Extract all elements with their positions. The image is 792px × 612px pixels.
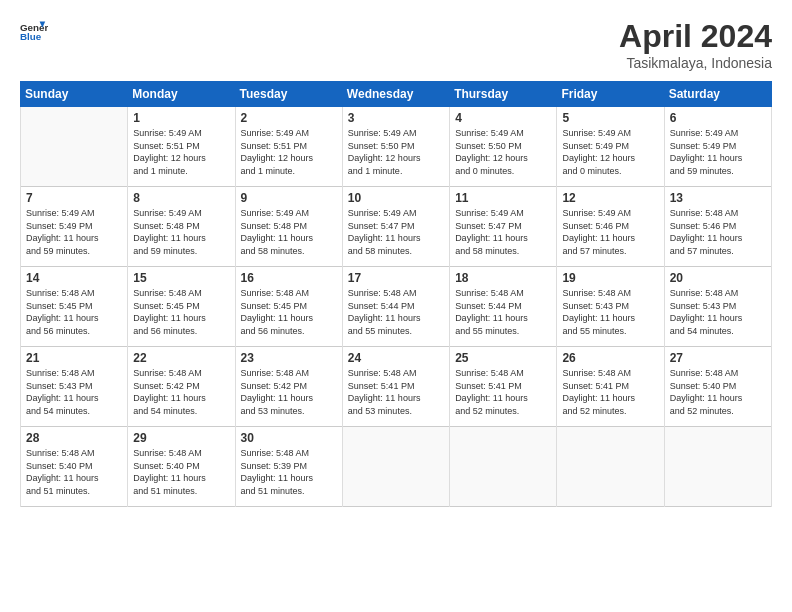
col-monday: Monday	[128, 82, 235, 107]
table-cell: 25Sunrise: 5:48 AM Sunset: 5:41 PM Dayli…	[450, 347, 557, 427]
table-row: 14Sunrise: 5:48 AM Sunset: 5:45 PM Dayli…	[21, 267, 772, 347]
day-number: 12	[562, 191, 658, 205]
calendar-subtitle: Tasikmalaya, Indonesia	[619, 55, 772, 71]
day-number: 18	[455, 271, 551, 285]
day-info: Sunrise: 5:49 AM Sunset: 5:47 PM Dayligh…	[348, 207, 444, 257]
table-row: 21Sunrise: 5:48 AM Sunset: 5:43 PM Dayli…	[21, 347, 772, 427]
table-cell: 14Sunrise: 5:48 AM Sunset: 5:45 PM Dayli…	[21, 267, 128, 347]
table-cell: 19Sunrise: 5:48 AM Sunset: 5:43 PM Dayli…	[557, 267, 664, 347]
table-cell: 1Sunrise: 5:49 AM Sunset: 5:51 PM Daylig…	[128, 107, 235, 187]
day-number: 7	[26, 191, 122, 205]
table-cell: 21Sunrise: 5:48 AM Sunset: 5:43 PM Dayli…	[21, 347, 128, 427]
header-row: Sunday Monday Tuesday Wednesday Thursday…	[21, 82, 772, 107]
day-number: 11	[455, 191, 551, 205]
col-thursday: Thursday	[450, 82, 557, 107]
table-cell: 2Sunrise: 5:49 AM Sunset: 5:51 PM Daylig…	[235, 107, 342, 187]
day-number: 30	[241, 431, 337, 445]
table-cell: 30Sunrise: 5:48 AM Sunset: 5:39 PM Dayli…	[235, 427, 342, 507]
day-number: 16	[241, 271, 337, 285]
table-cell: 10Sunrise: 5:49 AM Sunset: 5:47 PM Dayli…	[342, 187, 449, 267]
day-info: Sunrise: 5:48 AM Sunset: 5:39 PM Dayligh…	[241, 447, 337, 497]
day-info: Sunrise: 5:48 AM Sunset: 5:46 PM Dayligh…	[670, 207, 766, 257]
day-number: 9	[241, 191, 337, 205]
day-number: 17	[348, 271, 444, 285]
logo-icon: General Blue	[20, 18, 48, 46]
day-info: Sunrise: 5:48 AM Sunset: 5:40 PM Dayligh…	[26, 447, 122, 497]
svg-text:Blue: Blue	[20, 31, 42, 42]
title-area: April 2024 Tasikmalaya, Indonesia	[619, 18, 772, 71]
day-number: 10	[348, 191, 444, 205]
day-info: Sunrise: 5:48 AM Sunset: 5:42 PM Dayligh…	[133, 367, 229, 417]
day-number: 5	[562, 111, 658, 125]
day-info: Sunrise: 5:48 AM Sunset: 5:41 PM Dayligh…	[562, 367, 658, 417]
col-wednesday: Wednesday	[342, 82, 449, 107]
table-cell: 9Sunrise: 5:49 AM Sunset: 5:48 PM Daylig…	[235, 187, 342, 267]
col-tuesday: Tuesday	[235, 82, 342, 107]
table-cell	[557, 427, 664, 507]
table-cell: 27Sunrise: 5:48 AM Sunset: 5:40 PM Dayli…	[664, 347, 771, 427]
day-info: Sunrise: 5:48 AM Sunset: 5:43 PM Dayligh…	[562, 287, 658, 337]
day-number: 14	[26, 271, 122, 285]
table-cell: 11Sunrise: 5:49 AM Sunset: 5:47 PM Dayli…	[450, 187, 557, 267]
day-number: 6	[670, 111, 766, 125]
table-cell: 17Sunrise: 5:48 AM Sunset: 5:44 PM Dayli…	[342, 267, 449, 347]
day-number: 13	[670, 191, 766, 205]
day-number: 24	[348, 351, 444, 365]
day-info: Sunrise: 5:48 AM Sunset: 5:40 PM Dayligh…	[670, 367, 766, 417]
day-info: Sunrise: 5:49 AM Sunset: 5:49 PM Dayligh…	[26, 207, 122, 257]
day-info: Sunrise: 5:48 AM Sunset: 5:45 PM Dayligh…	[26, 287, 122, 337]
day-info: Sunrise: 5:49 AM Sunset: 5:46 PM Dayligh…	[562, 207, 658, 257]
table-cell: 28Sunrise: 5:48 AM Sunset: 5:40 PM Dayli…	[21, 427, 128, 507]
table-cell: 4Sunrise: 5:49 AM Sunset: 5:50 PM Daylig…	[450, 107, 557, 187]
table-cell	[450, 427, 557, 507]
day-info: Sunrise: 5:48 AM Sunset: 5:42 PM Dayligh…	[241, 367, 337, 417]
table-cell: 13Sunrise: 5:48 AM Sunset: 5:46 PM Dayli…	[664, 187, 771, 267]
day-info: Sunrise: 5:48 AM Sunset: 5:41 PM Dayligh…	[348, 367, 444, 417]
table-cell: 3Sunrise: 5:49 AM Sunset: 5:50 PM Daylig…	[342, 107, 449, 187]
day-number: 26	[562, 351, 658, 365]
day-info: Sunrise: 5:49 AM Sunset: 5:48 PM Dayligh…	[241, 207, 337, 257]
table-cell	[664, 427, 771, 507]
day-number: 27	[670, 351, 766, 365]
table-cell: 18Sunrise: 5:48 AM Sunset: 5:44 PM Dayli…	[450, 267, 557, 347]
day-info: Sunrise: 5:48 AM Sunset: 5:43 PM Dayligh…	[670, 287, 766, 337]
day-info: Sunrise: 5:48 AM Sunset: 5:44 PM Dayligh…	[455, 287, 551, 337]
table-cell: 8Sunrise: 5:49 AM Sunset: 5:48 PM Daylig…	[128, 187, 235, 267]
table-row: 7Sunrise: 5:49 AM Sunset: 5:49 PM Daylig…	[21, 187, 772, 267]
day-info: Sunrise: 5:49 AM Sunset: 5:51 PM Dayligh…	[241, 127, 337, 177]
day-info: Sunrise: 5:49 AM Sunset: 5:50 PM Dayligh…	[348, 127, 444, 177]
table-cell	[21, 107, 128, 187]
table-cell	[342, 427, 449, 507]
col-sunday: Sunday	[21, 82, 128, 107]
table-cell: 24Sunrise: 5:48 AM Sunset: 5:41 PM Dayli…	[342, 347, 449, 427]
table-cell: 15Sunrise: 5:48 AM Sunset: 5:45 PM Dayli…	[128, 267, 235, 347]
day-number: 19	[562, 271, 658, 285]
day-number: 2	[241, 111, 337, 125]
day-number: 21	[26, 351, 122, 365]
day-info: Sunrise: 5:49 AM Sunset: 5:48 PM Dayligh…	[133, 207, 229, 257]
table-cell: 12Sunrise: 5:49 AM Sunset: 5:46 PM Dayli…	[557, 187, 664, 267]
day-info: Sunrise: 5:48 AM Sunset: 5:45 PM Dayligh…	[133, 287, 229, 337]
day-number: 8	[133, 191, 229, 205]
day-number: 23	[241, 351, 337, 365]
col-friday: Friday	[557, 82, 664, 107]
logo: General Blue	[20, 18, 48, 46]
day-info: Sunrise: 5:48 AM Sunset: 5:41 PM Dayligh…	[455, 367, 551, 417]
table-row: 1Sunrise: 5:49 AM Sunset: 5:51 PM Daylig…	[21, 107, 772, 187]
calendar-table: Sunday Monday Tuesday Wednesday Thursday…	[20, 81, 772, 507]
day-number: 22	[133, 351, 229, 365]
day-number: 25	[455, 351, 551, 365]
day-number: 28	[26, 431, 122, 445]
table-cell: 23Sunrise: 5:48 AM Sunset: 5:42 PM Dayli…	[235, 347, 342, 427]
day-info: Sunrise: 5:48 AM Sunset: 5:43 PM Dayligh…	[26, 367, 122, 417]
day-info: Sunrise: 5:49 AM Sunset: 5:49 PM Dayligh…	[562, 127, 658, 177]
day-info: Sunrise: 5:49 AM Sunset: 5:49 PM Dayligh…	[670, 127, 766, 177]
day-number: 1	[133, 111, 229, 125]
table-cell: 22Sunrise: 5:48 AM Sunset: 5:42 PM Dayli…	[128, 347, 235, 427]
day-number: 29	[133, 431, 229, 445]
day-info: Sunrise: 5:49 AM Sunset: 5:47 PM Dayligh…	[455, 207, 551, 257]
day-number: 20	[670, 271, 766, 285]
day-info: Sunrise: 5:48 AM Sunset: 5:40 PM Dayligh…	[133, 447, 229, 497]
table-cell: 5Sunrise: 5:49 AM Sunset: 5:49 PM Daylig…	[557, 107, 664, 187]
calendar-title: April 2024	[619, 18, 772, 55]
